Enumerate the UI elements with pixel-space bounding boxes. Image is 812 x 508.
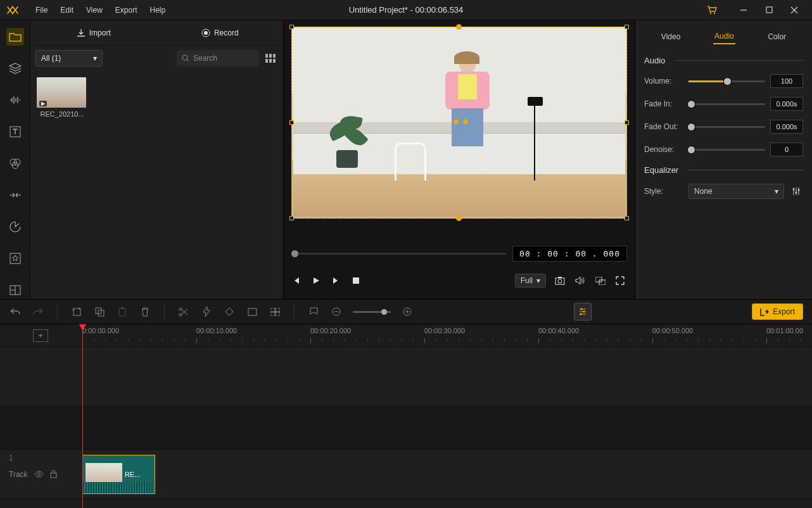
zoom-in-button[interactable] [401,305,414,318]
track-row-main[interactable]: 1 Track RE... [0,450,812,499]
split-button[interactable] [177,305,190,318]
svg-rect-18 [273,54,276,58]
app-logo-icon [5,3,20,18]
paste-button[interactable] [116,305,129,318]
split-screen-icon[interactable] [6,281,24,299]
volume-value[interactable]: 100 [770,74,803,88]
text-icon[interactable] [6,123,24,141]
play-button[interactable] [312,276,323,285]
crop-button[interactable] [70,305,83,318]
export-label: Export [773,307,795,316]
speed-button[interactable] [200,305,213,318]
screen-mode-dropdown[interactable]: Full▾ [515,274,546,288]
effects-icon[interactable] [6,250,24,267]
timeline-settings-button[interactable] [574,303,592,321]
audio-icon[interactable] [6,91,24,109]
eq-adjust-icon[interactable] [789,184,803,198]
svg-rect-38 [248,308,257,315]
preview-scene [293,29,625,217]
track-number: 1 [9,454,13,462]
compare-icon[interactable] [595,277,607,285]
grid-button[interactable] [269,305,281,318]
add-track-button[interactable]: + [33,329,48,342]
view-mode-icon[interactable] [265,52,278,65]
menu-edit[interactable]: Edit [54,2,80,18]
denoise-slider[interactable] [688,149,765,151]
media-clip[interactable]: REC_20210... [37,77,87,118]
track-row-2[interactable] [0,407,812,450]
search-input[interactable]: Search [177,50,259,67]
media-library-icon[interactable] [6,28,24,46]
rotate-handle[interactable] [456,24,462,30]
track-row-1[interactable] [0,347,812,407]
fullscreen-icon[interactable] [616,276,627,285]
fadeout-slider[interactable] [688,126,765,128]
timeline-clip[interactable]: RE... [82,455,155,494]
playhead[interactable] [82,324,83,508]
menu-help[interactable]: Help [144,2,172,18]
fadeout-value[interactable]: 0.000s [770,120,803,134]
lock-icon[interactable] [50,470,57,478]
svg-rect-17 [269,54,272,58]
denoise-label: Denoise: [644,145,683,154]
svg-point-29 [796,192,797,194]
menu-export[interactable]: Export [109,2,144,18]
cart-icon[interactable] [699,1,725,20]
close-button[interactable] [782,1,807,20]
svg-point-24 [558,279,562,283]
timeline-ruler[interactable]: + 0:00:00.00000:00:10.00000:00:20.00000:… [0,324,812,347]
chevron-down-icon: ▾ [536,276,540,285]
zoom-out-button[interactable] [330,305,343,318]
filters-icon[interactable] [6,155,24,172]
svg-rect-35 [121,307,124,309]
menu-view[interactable]: View [80,2,109,18]
minimize-button[interactable] [731,1,756,20]
svg-rect-16 [265,54,268,58]
ruler-tick-label: 00:00:40.000 [538,327,579,334]
undo-button[interactable] [9,305,22,318]
redo-button[interactable] [32,305,44,318]
export-button[interactable]: Export [752,303,803,320]
rotate-handle[interactable] [456,215,462,221]
tab-audio[interactable]: Audio [713,29,735,44]
ruler-tick-label: 00:00:20.000 [310,327,351,334]
visibility-icon[interactable] [34,471,44,478]
ruler-tick-label: 00:00:50.000 [652,327,693,334]
properties-panel: Video Audio Color Audio Volume: 100 Fade… [635,20,812,299]
prev-frame-button[interactable] [291,276,303,285]
zoom-slider[interactable] [353,311,391,313]
transition-icon[interactable] [6,186,24,204]
snapshot-icon[interactable] [555,276,566,285]
chevron-down-icon: ▾ [93,54,97,63]
fadein-slider[interactable] [688,103,765,105]
menu-file[interactable]: File [29,2,54,18]
stop-button[interactable] [352,277,364,284]
media-filter-dropdown[interactable]: All (1) ▾ [35,50,103,67]
elements-icon[interactable] [6,218,24,236]
left-tool-strip [0,20,30,299]
record-button[interactable]: Record [157,20,284,45]
tab-color[interactable]: Color [766,30,787,44]
svg-rect-22 [353,277,359,284]
svg-rect-41 [270,312,275,316]
import-button[interactable]: Import [30,20,157,45]
copy-button[interactable] [93,305,106,318]
marker-button[interactable] [307,305,320,318]
volume-slider[interactable] [688,80,765,82]
timecode-display: 00 : 00 : 00 . 000 [512,246,627,262]
fadein-value[interactable]: 0.000s [770,97,803,111]
anchor-handle[interactable] [454,119,459,124]
mute-icon[interactable] [575,276,587,285]
layers-icon[interactable] [6,60,24,77]
delete-button[interactable] [139,305,151,318]
scrub-slider[interactable] [291,253,506,255]
tab-video[interactable]: Video [660,30,682,44]
preview-canvas[interactable] [291,27,627,219]
anchor-handle[interactable] [463,119,468,124]
next-frame-button[interactable] [332,276,343,285]
denoise-value[interactable]: 0 [770,143,803,156]
eq-style-dropdown[interactable]: None▾ [688,184,784,199]
maximize-button[interactable] [756,1,782,20]
keyframe-button[interactable] [223,305,236,318]
aspect-button[interactable] [246,305,258,318]
